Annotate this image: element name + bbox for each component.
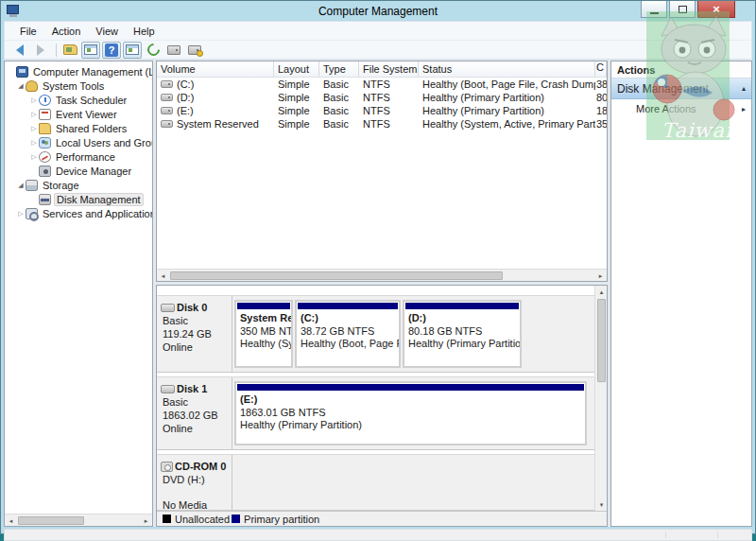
statusbar-divider (717, 532, 718, 538)
folder-up-icon (63, 44, 77, 55)
tree-item-disk-management[interactable]: Disk Management (5, 192, 152, 206)
menu-view[interactable]: View (88, 24, 126, 39)
scrollbar-thumb[interactable] (18, 516, 84, 525)
column-header-type[interactable]: Type (319, 61, 359, 77)
disk-properties-button[interactable] (164, 42, 183, 59)
title-bar[interactable]: Computer Management × (4, 1, 752, 21)
table-row-system-reserved[interactable]: System Reserved Simple Basic NTFS Health… (157, 117, 607, 131)
volume-list-pane: Volume Layout Type File System Status C … (156, 61, 608, 282)
system-tools-icon (26, 80, 38, 92)
back-icon (16, 44, 24, 56)
volume-icon (161, 80, 173, 88)
statusbar-divider (665, 532, 666, 538)
disk0-label[interactable]: Disk 0 Basic 119.24 GB Online (157, 296, 232, 372)
menu-action[interactable]: Action (44, 24, 89, 39)
expand-icon[interactable]: ▷ (16, 210, 26, 218)
minimize-button[interactable] (641, 1, 667, 18)
collapse-section-icon[interactable]: ▴ (742, 84, 746, 93)
help-button[interactable]: ? (102, 42, 121, 59)
volume-horizontal-scrollbar[interactable]: ◂ ▸ (157, 269, 607, 281)
scroll-left-icon[interactable]: ◂ (5, 515, 17, 527)
scroll-left-icon[interactable]: ◂ (157, 270, 169, 282)
more-actions-item[interactable]: More Actions ▸ (611, 99, 751, 118)
column-header-layout[interactable]: Layout (274, 61, 319, 77)
shared-folders-icon (39, 123, 51, 134)
collapse-icon[interactable]: ◢ (16, 182, 26, 189)
partition-e[interactable]: (E:) 1863.01 GB NTFS Healthy (Primary Pa… (234, 381, 587, 445)
disk-icon (161, 385, 175, 393)
task-scheduler-icon (39, 95, 51, 106)
maximize-icon (679, 6, 687, 13)
tree-item-storage[interactable]: ◢ Storage (5, 178, 152, 192)
disk-row-1: Disk 1 Basic 1863.02 GB Online (E:) (157, 376, 594, 450)
tree-item-task-scheduler[interactable]: ▷ Task Scheduler (5, 93, 152, 107)
primary-partition-bar (237, 303, 290, 309)
cdrom-icon (161, 462, 173, 472)
column-header-status[interactable]: Status (419, 61, 595, 77)
tree-item-device-manager[interactable]: Device Manager (5, 164, 152, 178)
scroll-right-icon[interactable]: ▸ (140, 515, 152, 527)
table-row-c[interactable]: (C:) Simple Basic NTFS Healthy (Boot, Pa… (157, 78, 607, 91)
disk-management-section-header[interactable]: Disk Management ▴ (611, 79, 751, 99)
refresh-button[interactable] (144, 42, 163, 59)
expand-icon[interactable]: ▷ (29, 139, 39, 147)
refresh-icon (145, 41, 162, 58)
column-header-volume[interactable]: Volume (157, 61, 274, 77)
table-row-e[interactable]: (E:) Simple Basic NTFS Healthy (Primary … (157, 104, 607, 117)
menu-help[interactable]: Help (126, 24, 163, 39)
table-row-d[interactable]: (D:) Simple Basic NTFS Healthy (Primary … (157, 91, 607, 104)
scrollbar-thumb[interactable] (597, 299, 606, 382)
scroll-up-icon[interactable]: ▴ (595, 286, 607, 298)
tree-item-system-tools[interactable]: ◢ System Tools (5, 79, 152, 93)
maximize-button[interactable] (669, 1, 696, 18)
scrollbar-thumb[interactable] (170, 271, 503, 280)
minimize-icon (650, 12, 659, 14)
primary-partition-bar (405, 303, 519, 309)
column-header-file-system[interactable]: File System (359, 61, 419, 77)
up-level-button[interactable] (60, 42, 79, 59)
expand-icon[interactable]: ▷ (29, 96, 39, 104)
actions-pane: Actions Disk Management ▴ More Actions ▸ (610, 61, 752, 527)
users-icon (39, 137, 51, 148)
partition-d[interactable]: (D:) 80.18 GB NTFS Healthy (Primary Part… (403, 300, 522, 368)
expand-icon[interactable]: ▷ (29, 111, 39, 118)
partition-c[interactable]: (C:) 38.72 GB NTFS Healthy (Boot, Page F… (295, 300, 401, 368)
collapse-icon[interactable]: ◢ (16, 82, 26, 90)
forward-button[interactable] (31, 42, 50, 59)
tree-item-event-viewer[interactable]: ▷ Event Viewer (5, 107, 152, 121)
close-button[interactable]: × (697, 1, 735, 18)
tree-item-shared-folders[interactable]: ▷ Shared Folders (5, 121, 152, 135)
show-hide-action-pane-button[interactable] (123, 42, 142, 59)
toolbar: ? (4, 40, 752, 60)
disk-area: Disk 0 Basic 119.24 GB Online System Res (157, 286, 594, 511)
scroll-down-icon[interactable]: ▾ (595, 498, 607, 511)
expand-icon[interactable]: ▷ (29, 153, 39, 161)
toolbar-separator (56, 44, 57, 57)
primary-partition-legend-label: Primary partition (244, 514, 319, 525)
status-bar (4, 529, 752, 541)
menu-file[interactable]: File (12, 24, 44, 39)
tree-item-computer-management[interactable]: Computer Management (Local (5, 64, 152, 79)
disk-icon (167, 45, 180, 55)
column-header-capacity[interactable]: C (595, 61, 607, 77)
disk1-label[interactable]: Disk 1 Basic 1863.02 GB Online (157, 377, 232, 449)
forward-icon (37, 44, 44, 56)
expand-icon[interactable]: ▷ (29, 125, 39, 132)
event-viewer-icon (39, 109, 51, 120)
close-icon: × (713, 2, 720, 16)
tree-item-performance[interactable]: ▷ Performance (5, 149, 152, 164)
cdrom-label[interactable]: CD-ROM 0 DVD (H:) No Media (157, 455, 232, 510)
tree-item-services-applications[interactable]: ▷ Services and Applications (5, 206, 152, 220)
scroll-right-icon[interactable]: ▸ (594, 270, 607, 282)
console-tree-toggle-button[interactable] (81, 42, 100, 59)
unallocated-legend-swatch (163, 515, 171, 523)
disk-settings-button[interactable] (185, 42, 204, 59)
tree-item-local-users-groups[interactable]: ▷ Local Users and Groups (5, 135, 152, 149)
partition-system-reserved[interactable]: System Res 350 MB NTF Healthy (Sys (234, 300, 293, 368)
volume-table-header: Volume Layout Type File System Status C (157, 61, 607, 78)
back-button[interactable] (10, 42, 29, 59)
tree-horizontal-scrollbar[interactable]: ◂ ▸ (5, 514, 152, 526)
graphical-view-pane: Disk 0 Basic 119.24 GB Online System Res (156, 285, 608, 527)
help-icon: ? (105, 44, 118, 57)
graphical-vertical-scrollbar[interactable]: ▴ ▾ (594, 286, 607, 511)
